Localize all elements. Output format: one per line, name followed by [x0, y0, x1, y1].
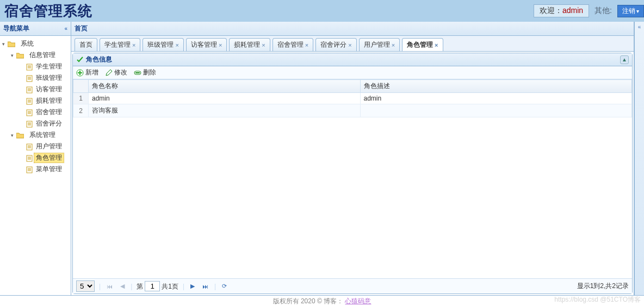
main-title: 首页 — [75, 24, 88, 33]
pager-info: 显示1到2,共2记录 — [577, 282, 629, 291]
tree-node-sys[interactable]: ▾ 系统管理 — [10, 129, 71, 141]
close-icon[interactable]: × — [435, 42, 438, 48]
next-page-button[interactable]: ▶ — [189, 283, 196, 290]
logout-button[interactable]: 注销 ▾ — [617, 5, 644, 17]
sidebar-title: 导航菜单 — [3, 24, 29, 33]
folder-open-icon — [16, 132, 25, 139]
role-panel: 角色信息 ▲ 新增 修改 删除 — [72, 53, 633, 294]
chevron-down-icon: ▾ — [636, 8, 639, 14]
app-logo: 宿舍管理系统 — [0, 2, 92, 21]
pager: 5 | ⏮ ◀ | 第共1页 | ▶ ⏭ | ⟳ 显示1到2, — [73, 278, 632, 293]
page-total: 共1页 — [162, 283, 178, 290]
col-desc[interactable]: 角色描述 — [360, 80, 632, 93]
page-icon — [26, 74, 34, 82]
tree-leaf[interactable]: 角色管理 — [18, 152, 71, 164]
tab-label: 班级管理 — [147, 40, 174, 49]
tree-leaf[interactable]: 班级管理 — [18, 72, 71, 84]
add-icon — [76, 69, 84, 77]
tree-label[interactable]: 菜单管理 — [34, 164, 64, 174]
tab[interactable]: 角色管理× — [402, 38, 443, 51]
first-page-button[interactable]: ⏮ — [105, 283, 114, 290]
tree-node-info[interactable]: ▾ 信息管理 — [10, 49, 71, 61]
tree-label[interactable]: 系统 — [18, 39, 36, 49]
cell-desc: admin — [360, 93, 632, 104]
tree-leaf[interactable]: 菜单管理 — [18, 164, 71, 175]
tree-label[interactable]: 宿舍评分 — [34, 118, 64, 129]
page-icon — [26, 63, 34, 71]
tree-label[interactable]: 班级管理 — [34, 73, 64, 83]
tree-toggle-icon[interactable]: ▾ — [1, 41, 6, 47]
tree-toggle-icon[interactable]: ▾ — [10, 133, 15, 138]
table-row[interactable]: 1adminadmin — [73, 93, 632, 104]
tab-label: 用户管理 — [364, 40, 390, 49]
tree-leaf[interactable]: 宿舍评分 — [18, 118, 71, 129]
sidebar-collapse-icon[interactable]: « — [64, 26, 67, 32]
tree-leaf[interactable]: 访客管理 — [18, 84, 71, 95]
cell-name: admin — [89, 93, 361, 104]
tree-label[interactable]: 损耗管理 — [34, 96, 64, 106]
tab-content: 角色信息 ▲ 新增 修改 删除 — [71, 52, 634, 295]
edit-icon — [105, 69, 113, 77]
tab[interactable]: 首页 — [75, 38, 97, 51]
main-region: 首页 首页学生管理×班级管理×访客管理×损耗管理×宿舍管理×宿舍评分×用户管理×… — [71, 22, 634, 295]
edit-button[interactable]: 修改 — [105, 68, 127, 77]
close-icon[interactable]: × — [262, 42, 265, 48]
right-collapse-strip[interactable]: « — [634, 22, 644, 295]
row-number: 1 — [73, 93, 89, 104]
tab[interactable]: 班级管理× — [143, 38, 183, 51]
prev-page-button[interactable]: ◀ — [119, 283, 126, 290]
col-rownum — [73, 80, 89, 93]
tab[interactable]: 宿舍评分× — [315, 38, 356, 51]
tree-toggle-icon[interactable]: ▾ — [10, 53, 15, 58]
delete-icon — [134, 69, 141, 77]
tree-leaf[interactable]: 损耗管理 — [18, 95, 71, 107]
logout-label: 注销 — [622, 7, 635, 16]
tab-label: 学生管理 — [104, 40, 131, 49]
close-icon[interactable]: × — [348, 42, 351, 48]
tree-label[interactable]: 系统管理 — [27, 130, 58, 140]
close-icon[interactable]: × — [219, 42, 222, 48]
page-icon — [26, 154, 34, 162]
tab-label: 角色管理 — [407, 40, 433, 49]
add-button[interactable]: 新增 — [76, 68, 98, 77]
tree-leaf[interactable]: 用户管理 — [18, 141, 71, 152]
tree-label[interactable]: 角色管理 — [34, 153, 64, 163]
tab[interactable]: 宿舍管理× — [273, 38, 313, 51]
tab[interactable]: 用户管理× — [359, 38, 400, 51]
page-input[interactable] — [145, 281, 160, 291]
tree-node-root[interactable]: ▾ 系统 — [1, 38, 71, 49]
page-icon — [26, 109, 34, 116]
tree-label[interactable]: 访客管理 — [34, 84, 64, 95]
cell-desc — [360, 104, 632, 117]
tree-label[interactable]: 学生管理 — [34, 61, 64, 72]
tree-label[interactable]: 宿舍管理 — [34, 107, 64, 117]
tab[interactable]: 学生管理× — [100, 38, 140, 51]
tree-label[interactable]: 信息管理 — [27, 50, 58, 60]
tab[interactable]: 访客管理× — [186, 38, 227, 51]
close-icon[interactable]: × — [132, 42, 135, 48]
footer-author-link[interactable]: 心猿码意 — [345, 297, 371, 305]
refresh-button[interactable]: ⟳ — [220, 283, 228, 290]
tab-label: 宿舍评分 — [320, 40, 346, 49]
close-icon[interactable]: × — [305, 42, 308, 48]
panel-collapse-button[interactable]: ▲ — [620, 55, 629, 64]
col-name[interactable]: 角色名称 — [89, 80, 361, 93]
tree-leaf[interactable]: 宿舍管理 — [18, 107, 71, 118]
delete-label: 删除 — [143, 68, 156, 77]
tab[interactable]: 损耗管理× — [229, 38, 270, 51]
page-size-select[interactable]: 5 — [76, 280, 95, 292]
data-grid: 角色名称 角色描述 1adminadmin2咨询客服 — [73, 79, 632, 278]
page-icon — [26, 166, 34, 173]
footer-text: 版权所有 2020 © 博客： — [273, 297, 344, 305]
last-page-button[interactable]: ⏭ — [201, 283, 210, 290]
delete-button[interactable]: 删除 — [134, 68, 156, 77]
close-icon[interactable]: × — [175, 42, 178, 48]
tree-leaf[interactable]: 学生管理 — [18, 61, 71, 72]
close-icon[interactable]: × — [392, 42, 395, 48]
tab-label: 损耗管理 — [234, 40, 260, 49]
table-row[interactable]: 2咨询客服 — [73, 104, 632, 117]
tree-label[interactable]: 用户管理 — [34, 141, 64, 152]
page-indicator: 第共1页 — [137, 281, 178, 291]
svg-rect-11 — [135, 72, 140, 73]
sidebar-title-bar: 导航菜单 « — [0, 22, 71, 36]
